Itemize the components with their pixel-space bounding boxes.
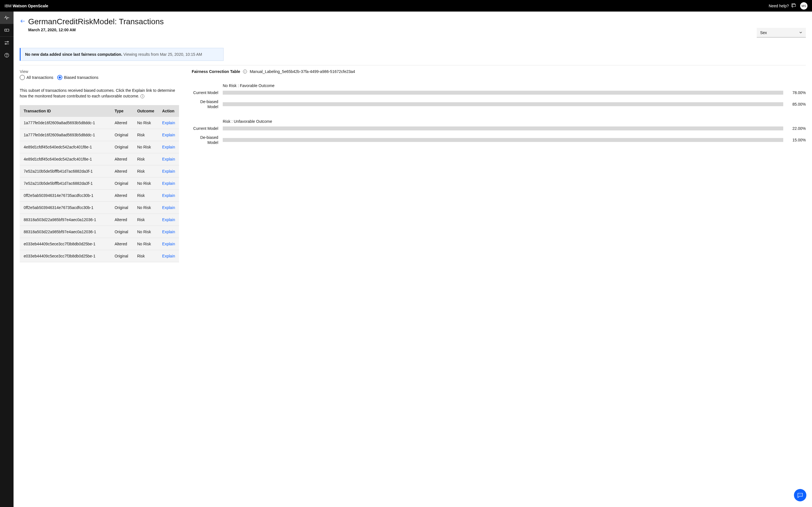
table-row: 0ff2e5ab503946314e76735acdfcc30b-1Altere…	[20, 189, 179, 202]
view-label: View	[20, 69, 179, 74]
cell-outcome: Risk	[133, 165, 158, 177]
svg-point-2	[5, 43, 6, 45]
need-help-link[interactable]: Need help?	[769, 4, 789, 8]
bar-percent: 78.00%	[788, 91, 806, 95]
attribute-dropdown[interactable]: Sex	[757, 28, 806, 38]
cell-type: Original	[110, 226, 133, 238]
cell-id: 0ff2e5ab503946314e76735acdfcc30b-1	[20, 189, 110, 202]
banner-light: Viewing results from Mar 25, 2020, 10:15…	[122, 52, 202, 57]
explain-link[interactable]: Explain	[162, 193, 175, 198]
svg-point-4	[6, 56, 7, 56]
explain-link[interactable]: Explain	[162, 121, 175, 125]
banner-bold: No new data added since last fairness co…	[25, 52, 122, 57]
fairness-group: No Risk : Favorable OutcomeCurrent Model…	[192, 83, 806, 110]
explain-link[interactable]: Explain	[162, 230, 175, 234]
fairness-title: Fairness Correction Table	[192, 69, 240, 74]
brand-label: IBM Watson OpenScale	[4, 4, 48, 8]
fairness-group: Risk : Unfavorable OutcomeCurrent Model2…	[192, 119, 806, 145]
page-title: GermanCreditRiskModel: Transactions	[28, 17, 164, 26]
cell-type: Original	[110, 202, 133, 214]
page-subtitle: March 27, 2020, 12:00 AM	[28, 27, 806, 32]
explain-link[interactable]: Explain	[162, 217, 175, 222]
cell-outcome: No Risk	[133, 141, 158, 153]
cell-outcome: No Risk	[133, 226, 158, 238]
cell-outcome: Risk	[133, 153, 158, 165]
explain-link[interactable]: Explain	[162, 242, 175, 246]
cell-outcome: No Risk	[133, 202, 158, 214]
cell-type: Altered	[110, 238, 133, 250]
table-row: 88318a503d22a985bf97e4aec0a12036-1Origin…	[20, 226, 179, 238]
table-header: Transaction ID	[20, 105, 110, 117]
bar-row: Current Model78.00%	[192, 90, 806, 95]
cell-type: Altered	[110, 165, 133, 177]
bar-track	[223, 138, 783, 142]
radio-all-transactions[interactable]: All transactions	[20, 75, 53, 80]
topbar: IBM Watson OpenScale Need help? MS	[0, 0, 812, 11]
cell-outcome: Risk	[133, 214, 158, 226]
bar-label: Current Model	[192, 90, 218, 95]
explain-link[interactable]: Explain	[162, 145, 175, 149]
explain-link[interactable]: Explain	[162, 254, 175, 258]
table-header: Type	[110, 105, 133, 117]
sidebar-item-ticket[interactable]	[0, 24, 13, 36]
cell-id: 7e52a210b5de5bfffb41d7ac6882da3f-1	[20, 165, 110, 177]
back-arrow-icon[interactable]	[20, 18, 26, 24]
chat-fab[interactable]	[794, 489, 806, 501]
cell-id: e033eb44409c5ece3cc7f3b8db0d25be-1	[20, 238, 110, 250]
radio-label: All transactions	[27, 75, 53, 80]
cell-type: Original	[110, 129, 133, 141]
table-row: 1a777fe0de16f2609a8ad5693b5d8ddc-1Origin…	[20, 129, 179, 141]
brand-bold: Watson OpenScale	[13, 4, 48, 8]
cell-id: 0ff2e5ab503946314e76735acdfcc30b-1	[20, 202, 110, 214]
explain-link[interactable]: Explain	[162, 169, 175, 173]
table-row: e033eb44409c5ece3cc7f3b8db0d25be-1Origin…	[20, 250, 179, 262]
cell-type: Altered	[110, 214, 133, 226]
sidebar-item-monitor[interactable]	[0, 11, 13, 24]
radio-circle-icon	[57, 75, 62, 80]
bar-percent: 85.00%	[788, 102, 806, 107]
info-icon[interactable]: i	[243, 69, 247, 73]
sidebar-item-settings[interactable]	[0, 37, 13, 49]
table-row: 4e89d1cfdf45c640edc542acfc401f8e-1Origin…	[20, 141, 179, 153]
bar-percent: 15.00%	[788, 138, 806, 142]
view-radio-group: All transactionsBiased transactions	[20, 75, 179, 80]
table-row: 0ff2e5ab503946314e76735acdfcc30b-1Origin…	[20, 202, 179, 214]
table-row: 7e52a210b5de5bfffb41d7ac6882da3f-1Altere…	[20, 165, 179, 177]
transactions-table: Transaction IDTypeOutcomeAction 1a777fe0…	[20, 105, 179, 262]
info-icon[interactable]: i	[140, 94, 144, 98]
cell-id: 7e52a210b5de5bfffb41d7ac6882da3f-1	[20, 177, 110, 189]
cell-type: Altered	[110, 117, 133, 129]
bar-row: De-biased Model15.00%	[192, 135, 806, 145]
info-banner: No new data added since last fairness co…	[20, 48, 223, 61]
cell-id: 4e89d1cfdf45c640edc542acfc401f8e-1	[20, 141, 110, 153]
cell-type: Original	[110, 250, 133, 262]
explain-link[interactable]: Explain	[162, 205, 175, 210]
explain-link[interactable]: Explain	[162, 181, 175, 186]
svg-point-1	[7, 41, 8, 42]
bar-track	[223, 126, 783, 130]
cell-type: Altered	[110, 153, 133, 165]
cell-outcome: No Risk	[133, 177, 158, 189]
cell-outcome: No Risk	[133, 238, 158, 250]
bar-percent: 22.00%	[788, 126, 806, 131]
cell-outcome: Risk	[133, 250, 158, 262]
explain-link[interactable]: Explain	[162, 157, 175, 161]
cell-type: Altered	[110, 189, 133, 202]
cell-type: Original	[110, 177, 133, 189]
chat-icon[interactable]	[791, 3, 796, 8]
radio-biased-transactions[interactable]: Biased transactions	[57, 75, 98, 80]
cell-outcome: No Risk	[133, 117, 158, 129]
fairness-id: Manual_Labeling_5e65b42b-37fa-4499-a986-…	[250, 69, 355, 74]
main-content: GermanCreditRiskModel: Transactions Marc…	[13, 11, 812, 507]
cell-outcome: Risk	[133, 129, 158, 141]
bar-track	[223, 102, 783, 106]
cell-id: 1a777fe0de16f2609a8ad5693b5d8ddc-1	[20, 117, 110, 129]
bar-label: De-biased Model	[192, 135, 218, 145]
fairness-group-label: No Risk : Favorable Outcome	[223, 83, 806, 88]
explain-link[interactable]: Explain	[162, 133, 175, 137]
cell-id: 1a777fe0de16f2609a8ad5693b5d8ddc-1	[20, 129, 110, 141]
bar-row: Current Model22.00%	[192, 126, 806, 131]
radio-label: Biased transactions	[64, 75, 98, 80]
sidebar-item-help[interactable]	[0, 49, 13, 61]
avatar[interactable]: MS	[800, 2, 808, 10]
